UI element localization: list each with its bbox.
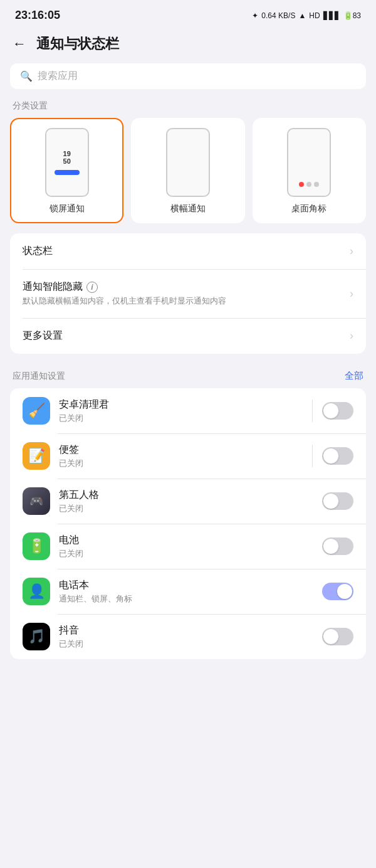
settings-item-status-bar[interactable]: 状态栏 ›: [10, 233, 366, 269]
settings-item-smart-hide[interactable]: 通知智能隐藏 i 默认隐藏横幅通知内容，仅机主查看手机时显示通知内容 ›: [10, 269, 366, 318]
toggle-sticky-note[interactable]: [322, 447, 353, 465]
app-icon-tiktok: 🎵: [23, 623, 50, 650]
option-banner[interactable]: 横幅通知: [131, 118, 244, 223]
banner-label: 横幅通知: [170, 203, 206, 214]
app-item-tiktok[interactable]: 🎵 抖音 已关闭: [10, 614, 366, 659]
chevron-right-icon: ›: [350, 287, 353, 300]
option-badge[interactable]: 桌面角标: [253, 118, 366, 223]
search-placeholder: 搜索应用: [38, 70, 78, 83]
option-lock-screen[interactable]: 1950 锁屏通知: [10, 118, 123, 223]
app-name-android-cleaner: 安卓清理君: [59, 398, 302, 411]
toggle-thumb: [337, 584, 352, 599]
signal-bars: ▋▋▋: [323, 11, 340, 20]
smart-hide-title: 通知智能隐藏: [23, 280, 83, 294]
app-name-contacts: 电话本: [59, 579, 322, 592]
back-button[interactable]: ←: [13, 36, 26, 52]
divider: [312, 400, 313, 422]
divider: [312, 445, 313, 467]
app-item-fifth-persona[interactable]: 🎮 第五人格 已关闭: [10, 479, 366, 524]
app-item-sticky-note[interactable]: 📝 便签 已关闭: [10, 433, 366, 479]
app-item-contacts[interactable]: 👤 电话本 通知栏、锁屏、角标: [10, 569, 366, 614]
banner-preview: [166, 128, 210, 197]
toggle-thumb: [323, 629, 338, 644]
options-row: 1950 锁屏通知 横幅通知 桌面角标: [0, 118, 376, 223]
info-icon[interactable]: i: [86, 282, 98, 293]
toggle-contacts[interactable]: [322, 583, 353, 600]
app-section-label: 应用通知设置: [13, 371, 65, 382]
lock-screen-preview: 1950: [45, 128, 89, 197]
app-section-header: 应用通知设置 全部: [0, 364, 376, 388]
header: ← 通知与状态栏: [0, 28, 376, 63]
more-settings-title: 更多设置: [23, 329, 345, 342]
app-name-tiktok: 抖音: [59, 624, 322, 637]
app-name-battery: 电池: [59, 534, 322, 547]
network-speed: 0.64 KB/S: [261, 11, 295, 20]
app-icon-contacts: 👤: [23, 578, 50, 605]
app-name-fifth-persona: 第五人格: [59, 489, 322, 502]
toggle-thumb: [323, 403, 338, 418]
status-bar-title: 状态栏: [23, 245, 345, 258]
category-section-label: 分类设置: [0, 100, 376, 118]
status-time: 23:16:05: [15, 9, 60, 22]
app-status-fifth-persona: 已关闭: [59, 503, 322, 514]
app-item-battery[interactable]: 🔋 电池 已关闭: [10, 524, 366, 569]
app-status-contacts: 通知栏、锁屏、角标: [59, 593, 322, 605]
app-section-all-button[interactable]: 全部: [345, 370, 363, 382]
smart-hide-subtitle: 默认隐藏横幅通知内容，仅机主查看手机时显示通知内容: [23, 295, 345, 307]
app-icon-fifth-persona: 🎮: [23, 487, 50, 515]
chevron-right-icon: ›: [350, 329, 353, 342]
toggle-tiktok[interactable]: [322, 628, 353, 645]
lock-screen-label: 锁屏通知: [50, 203, 85, 214]
toggle-fifth-persona[interactable]: [322, 492, 353, 510]
app-list-card: 🧹 安卓清理君 已关闭 📝 便签 已关闭 🎮 第五人格 已关闭: [10, 388, 366, 659]
search-icon: 🔍: [20, 70, 33, 82]
status-icons: ✦ 0.64 KB/S ▲ HD ▋▋▋ 🔋83: [252, 11, 361, 20]
settings-card: 状态栏 › 通知智能隐藏 i 默认隐藏横幅通知内容，仅机主查看手机时显示通知内容…: [10, 233, 366, 354]
app-item-android-cleaner[interactable]: 🧹 安卓清理君 已关闭: [10, 388, 366, 433]
app-icon-battery: 🔋: [23, 532, 50, 560]
app-name-sticky-note: 便签: [59, 443, 302, 457]
hd-label: HD: [309, 11, 320, 20]
wifi-icon: ▲: [298, 11, 306, 20]
toggle-thumb: [323, 494, 338, 509]
app-status-tiktok: 已关闭: [59, 638, 322, 650]
battery-indicator: 🔋83: [343, 11, 361, 20]
app-status-battery: 已关闭: [59, 548, 322, 559]
app-icon-sticky-note: 📝: [23, 442, 50, 470]
page-title: 通知与状态栏: [36, 34, 119, 53]
status-bar: 23:16:05 ✦ 0.64 KB/S ▲ HD ▋▋▋ 🔋83: [0, 0, 376, 28]
toggle-android-cleaner[interactable]: [322, 402, 353, 420]
settings-item-more[interactable]: 更多设置 ›: [10, 318, 366, 354]
badge-preview: [287, 128, 331, 197]
toggle-thumb: [323, 539, 338, 554]
toggle-thumb: [323, 448, 338, 463]
badge-label: 桌面角标: [291, 203, 326, 214]
app-status-android-cleaner: 已关闭: [59, 413, 302, 424]
app-icon-android-cleaner: 🧹: [23, 397, 50, 425]
bluetooth-icon: ✦: [252, 11, 258, 20]
toggle-battery[interactable]: [322, 537, 353, 555]
search-bar[interactable]: 🔍 搜索应用: [10, 63, 366, 89]
app-status-sticky-note: 已关闭: [59, 458, 302, 469]
chevron-right-icon: ›: [350, 245, 353, 258]
